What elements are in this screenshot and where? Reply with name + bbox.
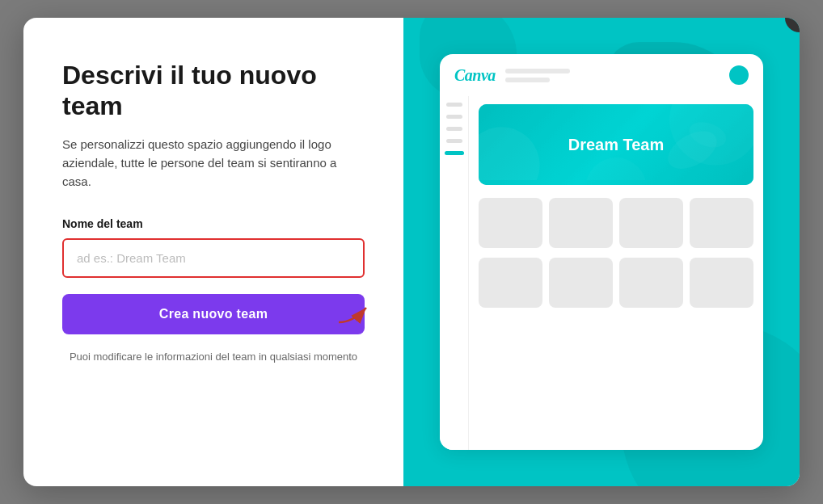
submit-wrapper: Crea nuovo team [62,294,365,334]
thumb-1 [479,198,542,248]
canva-logo: Canva [454,66,496,85]
create-team-button[interactable]: Crea nuovo team [62,294,365,334]
right-panel: Canva [403,18,800,486]
svg-point-1 [479,127,540,180]
header-lines [505,69,720,82]
thumb-6 [549,258,613,308]
preview-header: Canva [440,54,763,96]
thumb-3 [619,198,683,248]
preview-main: Dream Team [469,96,763,450]
thumb-2 [549,198,613,248]
thumb-7 [619,258,683,308]
sidebar-line-3 [446,127,462,131]
arrow-decoration [337,300,376,329]
modal-description: Se personalizzi questo spazio aggiungend… [62,135,365,191]
thumb-4 [690,198,753,248]
modal-dialog: × Descrivi il tuo nuovo team Se personal… [23,18,800,486]
footer-note: Puoi modificare le informazioni del team… [62,349,365,365]
svg-point-3 [585,158,647,180]
header-line-1 [505,69,570,74]
thumbs-row-2 [469,253,763,313]
modal-title: Descrivi il tuo nuovo team [62,60,365,122]
team-name-input[interactable] [62,238,365,278]
thumbs-row-1 [469,193,763,253]
overlay: × Descrivi il tuo nuovo team Se personal… [0,0,823,504]
sidebar-line-active [445,151,464,155]
team-name-display: Dream Team [568,136,665,154]
preview-sidebar-content: Dream Team [440,96,763,450]
field-label: Nome del team [62,217,365,230]
thumb-5 [479,258,542,308]
thumb-8 [690,258,753,308]
preview-card: Canva [440,54,763,450]
sidebar-line-2 [446,115,462,119]
sidebar-line-4 [446,139,462,143]
team-banner: Dream Team [479,104,753,185]
sidebar-line-1 [446,103,462,107]
preview-sidebar [440,96,469,450]
header-dot [729,65,749,85]
left-panel: Descrivi il tuo nuovo team Se personaliz… [23,18,403,486]
header-line-2 [505,78,550,82]
